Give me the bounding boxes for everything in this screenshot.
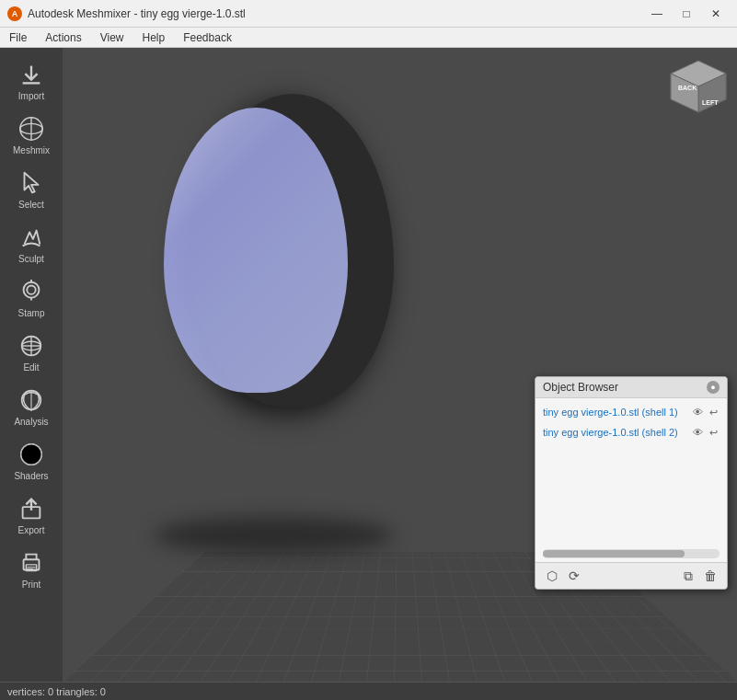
ob-lock-icon-0[interactable]: ↩ [707, 406, 720, 419]
print-icon [17, 548, 46, 578]
toolbar-shaders[interactable]: Shaders [6, 435, 57, 486]
import-icon [17, 60, 46, 89]
ob-cube-icon[interactable]: ⬡ [543, 567, 561, 585]
shaders-label: Shaders [14, 471, 48, 481]
sculpt-label: Sculpt [18, 254, 44, 264]
menu-help[interactable]: Help [133, 28, 175, 47]
statusbar: vertices: 0 triangles: 0 [0, 682, 737, 700]
toolbar-import[interactable]: Import [6, 55, 57, 106]
titlebar-left: A Autodesk Meshmixer - tiny egg vierge-1… [7, 6, 246, 21]
ob-item-1[interactable]: tiny egg vierge-1.0.stl (shell 2) 👁 ↩ [535, 422, 727, 442]
ob-refresh-icon[interactable]: ⟳ [565, 567, 583, 585]
analysis-icon [17, 385, 46, 415]
meshmix-icon [17, 114, 46, 143]
object-browser-list: tiny egg vierge-1.0.stl (shell 1) 👁 ↩ ti… [535, 398, 727, 545]
select-icon [17, 168, 46, 198]
svg-point-6 [24, 282, 40, 298]
ob-eye-icon-1[interactable]: 👁 [691, 426, 704, 439]
app-icon: A [7, 6, 22, 21]
edit-icon [17, 331, 46, 361]
meshmix-label: Meshmix [13, 145, 50, 155]
object-browser-footer: ⬡ ⟳ ⧉ 🗑 [535, 562, 727, 589]
object-browser-scrollbar[interactable] [543, 549, 720, 558]
ob-item-icons-0: 👁 ↩ [691, 406, 720, 419]
ob-item-label-1: tiny egg vierge-1.0.stl (shell 2) [543, 427, 678, 438]
import-label: Import [18, 91, 44, 101]
cube-left-label: LEFT [702, 99, 719, 106]
stamp-label: Stamp [18, 308, 45, 318]
ob-item-icons-1: 👁 ↩ [691, 426, 720, 439]
ob-lock-icon-1[interactable]: ↩ [707, 426, 720, 439]
object-browser-title: Object Browser [543, 381, 618, 394]
navigation-cube[interactable]: BACK LEFT [669, 57, 728, 116]
minimize-button[interactable]: — [643, 4, 671, 24]
statusbar-text: vertices: 0 triangles: 0 [7, 686, 106, 697]
svg-point-7 [27, 285, 35, 293]
toolbar-edit[interactable]: Edit [6, 327, 57, 377]
object-browser-header: Object Browser ● [535, 377, 727, 398]
toolbar-print[interactable]: Print [6, 544, 57, 594]
egg-shadow [155, 517, 394, 554]
select-label: Select [18, 200, 44, 210]
ob-item-label-0: tiny egg vierge-1.0.stl (shell 1) [543, 407, 678, 418]
viewport[interactable]: BACK LEFT Object Browser ● tiny egg vier… [63, 48, 737, 682]
export-label: Export [18, 525, 45, 535]
menu-actions[interactable]: Actions [36, 28, 90, 47]
toolbar-select[interactable]: Select [6, 164, 57, 214]
sculpt-icon [17, 223, 46, 252]
shaders-icon [17, 440, 46, 469]
toolbar-analysis[interactable]: Analysis [6, 381, 57, 431]
svg-marker-5 [25, 173, 39, 193]
menu-feedback[interactable]: Feedback [174, 28, 241, 47]
export-icon [17, 494, 46, 523]
close-button[interactable]: ✕ [702, 4, 730, 24]
cube-back-label: BACK [678, 85, 697, 91]
ob-eye-icon-0[interactable]: 👁 [691, 406, 704, 419]
print-label: Print [22, 580, 41, 590]
analysis-label: Analysis [14, 417, 48, 427]
scrollbar-thumb[interactable] [543, 550, 685, 557]
model-area [136, 75, 523, 609]
maximize-button[interactable]: □ [673, 4, 700, 24]
ob-duplicate-icon[interactable]: ⧉ [679, 567, 697, 585]
menubar: File Actions View Help Feedback [0, 28, 737, 48]
left-toolbar: Import Meshmix Select [0, 48, 63, 682]
window-title: Autodesk Meshmixer - tiny egg vierge-1.0… [28, 7, 246, 20]
toolbar-stamp[interactable]: Stamp [6, 272, 57, 323]
ob-delete-icon[interactable]: 🗑 [701, 567, 720, 585]
toolbar-export[interactable]: Export [6, 489, 57, 540]
main-area: Import Meshmix Select [0, 48, 737, 682]
titlebar-controls: — □ ✕ [643, 4, 730, 24]
titlebar: A Autodesk Meshmixer - tiny egg vierge-1… [0, 0, 737, 28]
menu-view[interactable]: View [91, 28, 133, 47]
toolbar-sculpt[interactable]: Sculpt [6, 218, 57, 269]
ob-item-0[interactable]: tiny egg vierge-1.0.stl (shell 1) 👁 ↩ [535, 402, 727, 422]
toolbar-meshmix[interactable]: Meshmix [6, 109, 57, 160]
edit-label: Edit [23, 362, 39, 373]
menu-file[interactable]: File [0, 28, 36, 47]
object-browser-panel: Object Browser ● tiny egg vierge-1.0.stl… [535, 376, 728, 590]
object-browser-close[interactable]: ● [707, 381, 720, 394]
stamp-icon [17, 277, 46, 306]
